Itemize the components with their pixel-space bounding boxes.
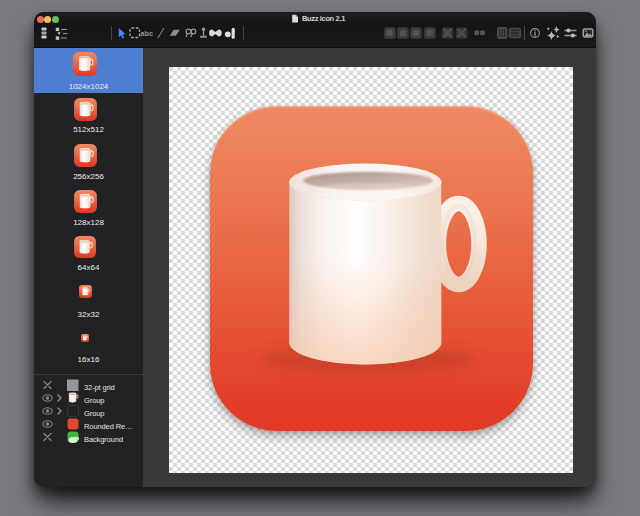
svg-text:abc: abc xyxy=(141,29,153,38)
